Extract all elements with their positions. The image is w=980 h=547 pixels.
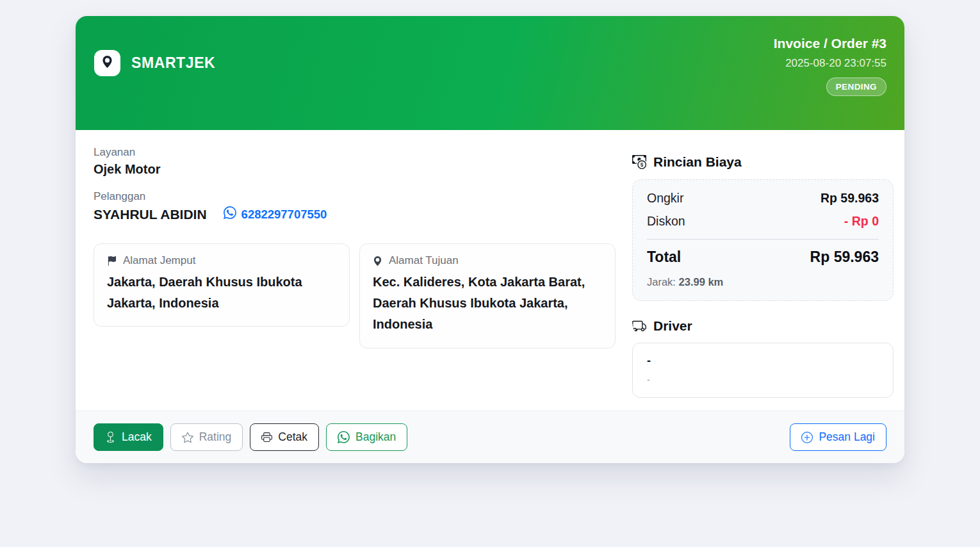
driver-card: - - (632, 343, 894, 398)
brand-logo (94, 50, 120, 76)
destination-address-head: Alamat Tujuan (373, 254, 602, 267)
driver-section: Driver - - (632, 318, 894, 398)
distance-row: Jarak: 23.99 km (647, 276, 879, 288)
geo-marker-icon (105, 432, 116, 443)
pickup-address-text: Jakarta, Daerah Khusus Ibukota Jakarta, … (107, 272, 336, 314)
addresses-row: Alamat Jemput Jakarta, Daerah Khusus Ibu… (94, 243, 616, 348)
pickup-address-head: Alamat Jemput (107, 254, 336, 267)
whatsapp-icon (224, 206, 236, 222)
cost-section-head: Rincian Biaya (632, 154, 894, 170)
destination-address-text: Kec. Kalideres, Kota Jakarta Barat, Daer… (373, 272, 602, 336)
map-pin-icon (101, 56, 113, 70)
invoice-datetime: 2025-08-20 23:07:55 (774, 57, 886, 70)
ongkir-label: Ongkir (647, 191, 683, 206)
header-meta: Invoice / Order #3 2025-08-20 23:07:55 P… (774, 36, 886, 96)
print-button-label: Cetak (278, 432, 307, 443)
customer-label: Pelanggan (94, 190, 616, 203)
pickup-address-card: Alamat Jemput Jakarta, Daerah Khusus Ibu… (94, 243, 350, 327)
service-value: Ojek Motor (94, 162, 616, 177)
customer-phone: 6282297707550 (241, 208, 327, 222)
total-value: Rp 59.963 (810, 249, 879, 266)
pickup-address-label: Alamat Jemput (123, 254, 195, 267)
invoice-footer: Lacak Rating Cetak (76, 411, 904, 463)
cost-row-total: Total Rp 59.963 (647, 249, 879, 266)
brand: SMARTJEK (94, 50, 215, 76)
truck-icon (632, 319, 646, 333)
distance-label: Jarak: (647, 276, 676, 288)
customer-whatsapp-link[interactable]: 6282297707550 (224, 206, 327, 222)
map-pin-icon (373, 256, 382, 266)
diskon-label: Diskon (647, 214, 685, 229)
summary-column: Rincian Biaya Ongkir Rp 59.963 Diskon - … (632, 146, 894, 398)
order-again-button[interactable]: Pesan Lagi (790, 423, 886, 451)
cost-section-title: Rincian Biaya (653, 154, 742, 170)
cost-row-diskon: Diskon - Rp 0 (647, 214, 879, 229)
cost-card: Ongkir Rp 59.963 Diskon - Rp 0 Total Rp … (632, 179, 894, 301)
print-button[interactable]: Cetak (250, 423, 319, 451)
share-button[interactable]: Bagikan (326, 423, 407, 451)
cash-coin-icon (632, 155, 646, 169)
star-icon (182, 432, 193, 443)
invoice-body: Layanan Ojek Motor Pelanggan SYAHRUL ABI… (76, 130, 904, 411)
action-button-group: Lacak Rating Cetak (94, 423, 407, 451)
service-section: Layanan Ojek Motor (94, 146, 616, 177)
track-button[interactable]: Lacak (94, 423, 163, 451)
ongkir-value: Rp 59.963 (821, 191, 879, 206)
share-button-label: Bagikan (355, 432, 396, 443)
driver-name: - (647, 354, 879, 368)
details-column: Layanan Ojek Motor Pelanggan SYAHRUL ABI… (94, 146, 616, 398)
invoice-title: Invoice / Order #3 (774, 36, 886, 51)
rating-button-label: Rating (199, 432, 232, 443)
printer-icon (261, 432, 272, 443)
driver-detail: - (647, 375, 879, 385)
customer-row: SYAHRUL ABIDIN 6282297707550 (94, 206, 616, 222)
cost-divider (647, 239, 879, 240)
destination-address-label: Alamat Tujuan (389, 254, 459, 267)
order-again-button-label: Pesan Lagi (819, 432, 875, 443)
driver-section-head: Driver (632, 318, 894, 334)
destination-address-card: Alamat Tujuan Kec. Kalideres, Kota Jakar… (359, 243, 616, 348)
page: SMARTJEK Invoice / Order #3 2025-08-20 2… (0, 16, 980, 547)
rating-button[interactable]: Rating (170, 423, 243, 451)
cost-row-ongkir: Ongkir Rp 59.963 (647, 191, 879, 206)
plus-circle-icon (801, 432, 813, 443)
invoice-header: SMARTJEK Invoice / Order #3 2025-08-20 2… (76, 16, 904, 130)
invoice-card: SMARTJEK Invoice / Order #3 2025-08-20 2… (76, 16, 904, 463)
brand-name: SMARTJEK (131, 54, 215, 72)
customer-section: Pelanggan SYAHRUL ABIDIN 6282297707550 (94, 190, 616, 222)
service-label: Layanan (94, 146, 616, 159)
driver-section-title: Driver (653, 318, 692, 334)
status-badge: PENDING (826, 78, 886, 96)
flag-icon (107, 256, 117, 266)
track-button-label: Lacak (122, 432, 152, 443)
customer-name: SYAHRUL ABIDIN (94, 207, 207, 222)
whatsapp-icon (338, 431, 350, 443)
total-label: Total (647, 249, 681, 266)
diskon-value: - Rp 0 (844, 214, 879, 229)
distance-value: 23.99 km (679, 276, 724, 288)
